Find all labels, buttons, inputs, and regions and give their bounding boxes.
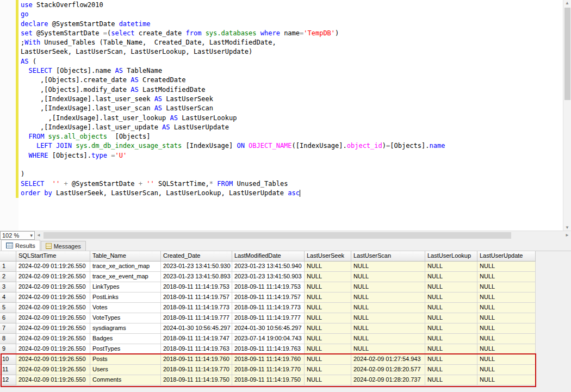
grid-cell[interactable]: 2018-09-11 11:14:19.760 [161,354,232,365]
grid-cell[interactable]: 2024-02-09 01:28:20.737 [351,375,425,385]
grid-cell[interactable]: NULL [477,365,536,375]
scrollbar-thumb[interactable] [44,232,511,239]
grid-cell[interactable]: VoteTypes [90,313,161,323]
grid-cell[interactable]: 2024-02-09 01:28:20.577 [351,365,425,375]
grid-cell[interactable]: NULL [351,262,425,272]
code-line[interactable]: ,[Objects].modify_date AS LastModifiedDa… [21,85,563,95]
grid-cell[interactable]: 2024-02-09 01:19:26.550 [16,303,90,313]
row-number-cell[interactable]: 4 [0,293,16,303]
grid-cell[interactable]: NULL [305,334,351,344]
grid-cell[interactable]: NULL [425,323,477,334]
code-line[interactable]: declare @SystemStartDate datetime [21,20,563,29]
grid-cell[interactable]: 2023-01-23 13:41:50.903 [232,272,305,282]
grid-cell[interactable]: NULL [351,303,425,313]
code-line[interactable]: ,[IndexUsage].last_user_scan AS LastUser… [21,104,563,113]
grid-row[interactable]: 122024-02-09 01:19:26.550Comments2018-09… [0,375,571,385]
code-line[interactable]: use StackOverflow2010 [21,1,563,10]
code-line[interactable]: FROM sys.all_objects [Objects] [21,132,563,141]
grid-cell[interactable]: NULL [425,293,477,303]
code-line[interactable]: SELECT [Objects].name AS TableName [21,66,563,76]
row-number-cell[interactable]: 6 [0,313,16,323]
code-line[interactable]: order by LastUserSeek, LastUserScan, Las… [21,189,563,198]
grid-cell[interactable]: NULL [351,323,425,334]
scroll-right-icon[interactable]: ► [565,233,569,238]
editor-vertical-scrollbar[interactable]: ▲ ▼ [563,0,571,231]
grid-cell[interactable]: 2024-01-30 10:56:45.297 [232,323,305,334]
grid-row[interactable]: 42024-02-09 01:19:26.550PostLinks2018-09… [0,293,571,303]
grid-header-cell[interactable]: SQLStartTime [16,251,90,262]
row-number-cell[interactable]: 7 [0,323,16,334]
grid-cell[interactable]: Posts [90,354,161,365]
editor-horizontal-scrollbar[interactable]: ◄ ► [35,231,571,240]
row-number-cell[interactable]: 2 [0,272,16,282]
grid-cell[interactable]: 2024-02-09 01:27:54.943 [351,354,425,365]
grid-cell[interactable]: NULL [477,344,536,354]
code-line[interactable]: ,[Objects].create_date AS CreatedDate [21,76,563,85]
scroll-left-icon[interactable]: ◄ [36,233,41,238]
grid-cell[interactable]: 2018-09-11 11:14:19.757 [161,293,232,303]
grid-cell[interactable]: NULL [425,313,477,323]
grid-cell[interactable]: 2024-02-09 01:19:26.550 [16,365,90,375]
code-line[interactable]: AS ( [21,57,563,66]
grid-cell[interactable]: 2018-09-11 11:14:19.770 [161,365,232,375]
grid-header-cell[interactable]: LastUserSeek [305,251,351,262]
grid-cell[interactable]: NULL [477,262,536,272]
grid-cell[interactable]: 2018-09-11 11:14:19.773 [161,303,232,313]
row-number-cell[interactable]: 1 [0,262,16,272]
grid-cell[interactable]: trace_xe_action_map [90,262,161,272]
grid-cell[interactable]: 2018-09-11 11:14:19.777 [161,313,232,323]
grid-cell[interactable]: 2024-02-09 01:19:26.550 [16,313,90,323]
sql-editor[interactable]: use StackOverflow2010godeclare @SystemSt… [0,0,571,231]
grid-cell[interactable]: 2018-09-11 11:14:19.760 [232,354,305,365]
grid-cell[interactable]: sysdiagrams [90,323,161,334]
grid-cell[interactable]: NULL [425,365,477,375]
grid-cell[interactable]: NULL [477,323,536,334]
grid-cell[interactable]: NULL [351,293,425,303]
grid-cell[interactable]: NULL [425,282,477,293]
grid-cell[interactable]: NULL [351,313,425,323]
grid-header-cell[interactable]: LastModifiedDate [232,251,305,262]
grid-cell[interactable]: NULL [305,323,351,334]
grid-cell[interactable]: 2018-09-11 11:14:19.757 [232,293,305,303]
grid-cell[interactable]: 2024-02-09 01:19:26.550 [16,375,90,385]
grid-cell[interactable]: 2024-02-09 01:19:26.550 [16,334,90,344]
grid-cell[interactable]: 2018-09-11 11:14:19.773 [232,303,305,313]
grid-cell[interactable]: NULL [477,272,536,282]
grid-cell[interactable]: NULL [305,303,351,313]
grid-cell[interactable]: trace_xe_event_map [90,272,161,282]
grid-cell[interactable]: Badges [90,334,161,344]
row-number-cell[interactable]: 3 [0,282,16,293]
row-number-cell[interactable]: 11 [0,365,16,375]
grid-cell[interactable]: NULL [477,354,536,365]
row-number-header[interactable] [0,251,16,262]
grid-cell[interactable]: 2023-01-23 13:41:50.893 [161,272,232,282]
grid-row[interactable]: 52024-02-09 01:19:26.550Votes2018-09-11 … [0,303,571,313]
scroll-up-icon[interactable]: ▲ [563,1,571,5]
grid-cell[interactable]: 2024-02-09 01:19:26.550 [16,272,90,282]
grid-cell[interactable]: NULL [425,272,477,282]
code-line[interactable]: ,[IndexUsage].last_user_lookup AS LastUs… [21,114,563,123]
row-number-cell[interactable]: 9 [0,344,16,354]
code-line[interactable]: SELECT '' + @SystemStartDate + '' SQLSta… [21,179,563,189]
grid-row[interactable]: 102024-02-09 01:19:26.550Posts2018-09-11… [0,354,571,365]
grid-cell[interactable]: NULL [351,344,425,354]
row-number-cell[interactable]: 12 [0,375,16,385]
grid-cell[interactable]: 2024-02-09 01:19:26.550 [16,354,90,365]
grid-cell[interactable]: NULL [477,303,536,313]
grid-cell[interactable]: NULL [305,313,351,323]
grid-row[interactable]: 112024-02-09 01:19:26.550Users2018-09-11… [0,365,571,375]
grid-cell[interactable]: NULL [425,354,477,365]
grid-cell[interactable]: 2024-02-09 01:19:26.550 [16,262,90,272]
grid-cell[interactable]: NULL [305,262,351,272]
grid-cell[interactable]: 2018-09-11 11:14:19.753 [232,282,305,293]
code-line[interactable]: ) [21,170,563,179]
code-area[interactable]: use StackOverflow2010godeclare @SystemSt… [18,0,563,231]
code-line[interactable]: set @SystemStartDate =(select create_dat… [21,29,563,38]
row-number-cell[interactable]: 8 [0,334,16,344]
zoom-control[interactable]: 102 % ▾ [0,231,35,240]
grid-cell[interactable]: NULL [305,375,351,385]
zoom-dropdown-arrow-icon[interactable]: ▾ [30,233,33,238]
grid-cell[interactable]: 2018-09-11 11:14:19.777 [232,313,305,323]
grid-cell[interactable]: 2018-09-11 11:14:19.750 [232,375,305,385]
grid-cell[interactable]: NULL [477,282,536,293]
